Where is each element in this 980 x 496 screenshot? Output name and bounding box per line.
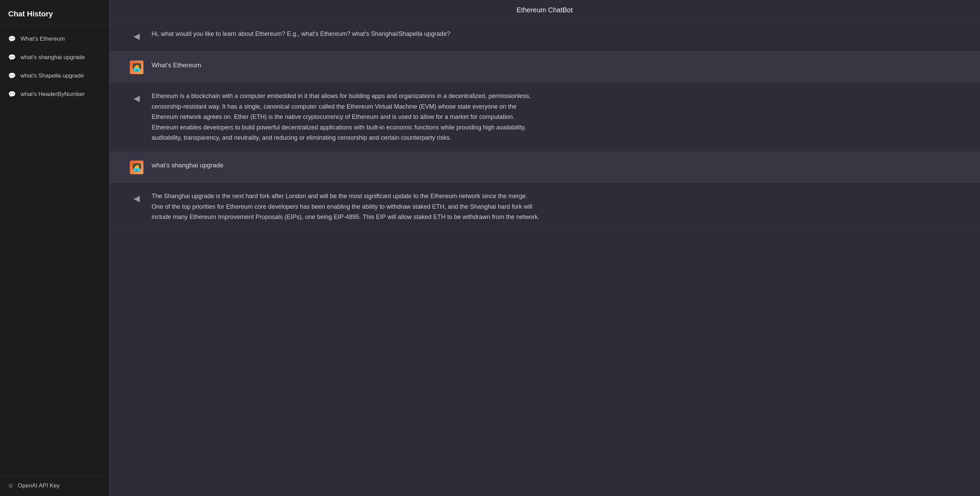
api-key-label: OpenAI API Key <box>18 482 60 489</box>
message-row-msg-2: 🧑‍💻What's Ethereum <box>109 52 980 83</box>
message-text-msg-4: what's shanghai upgrade <box>152 160 539 171</box>
message-text-msg-1: Hi, what would you like to learn about E… <box>152 29 539 39</box>
main-header: Ethereum ChatBot <box>109 0 980 21</box>
sidebar-title: Chat History <box>0 0 109 26</box>
key-icon: ⚙ <box>8 483 13 489</box>
sidebar-footer: ⚙ OpenAI API Key <box>0 475 109 496</box>
message-text-msg-3: Ethereum is a blockchain with a computer… <box>152 91 539 143</box>
bot-avatar: ◀ <box>130 191 143 205</box>
sidebar-item-item-3[interactable]: 💬what's Shapella upgrade <box>0 67 109 85</box>
bot-avatar: ◀ <box>130 91 143 105</box>
message-text-msg-2: What's Ethereum <box>152 60 539 71</box>
sidebar-item-label: what's shanghai upgrade <box>21 54 85 61</box>
user-avatar: 🧑‍💻 <box>130 161 143 174</box>
chat-container: ◀Hi, what would you like to learn about … <box>109 21 980 496</box>
message-row-msg-3: ◀Ethereum is a blockchain with a compute… <box>109 83 980 152</box>
message-row-msg-4: 🧑‍💻what's shanghai upgrade <box>109 152 980 183</box>
chat-history-icon: 💬 <box>8 91 16 98</box>
chat-history-icon: 💬 <box>8 35 16 43</box>
user-avatar: 🧑‍💻 <box>130 61 143 74</box>
sidebar-item-item-4[interactable]: 💬what's HeaderByNumber <box>0 85 109 104</box>
bot-avatar: ◀ <box>130 29 143 43</box>
sidebar: Chat History 💬What's Ethereum💬what's sha… <box>0 0 109 496</box>
sidebar-item-item-1[interactable]: 💬What's Ethereum <box>0 30 109 48</box>
sidebar-item-label: what's HeaderByNumber <box>21 91 85 98</box>
sidebar-item-label: what's Shapella upgrade <box>21 72 84 79</box>
chat-history-icon: 💬 <box>8 54 16 61</box>
chat-history-icon: 💬 <box>8 72 16 80</box>
main-chat: Ethereum ChatBot ◀Hi, what would you lik… <box>109 0 980 496</box>
message-text-msg-5: The Shanghai upgrade is the next hard fo… <box>152 191 539 222</box>
message-row-msg-5: ◀The Shanghai upgrade is the next hard f… <box>109 183 980 231</box>
api-key-item[interactable]: ⚙ OpenAI API Key <box>8 482 101 489</box>
message-row-msg-1: ◀Hi, what would you like to learn about … <box>109 21 980 52</box>
sidebar-items-list: 💬What's Ethereum💬what's shanghai upgrade… <box>0 26 109 475</box>
sidebar-item-item-2[interactable]: 💬what's shanghai upgrade <box>0 48 109 67</box>
sidebar-item-label: What's Ethereum <box>21 35 65 42</box>
